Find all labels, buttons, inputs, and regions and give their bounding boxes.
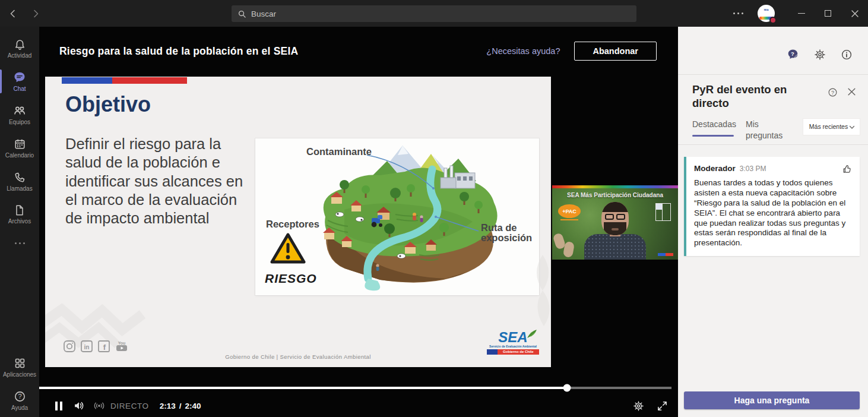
bell-icon — [14, 38, 26, 50]
svg-text:in: in — [84, 344, 90, 350]
svg-text:f: f — [103, 343, 106, 352]
progress-played — [39, 387, 567, 389]
sort-dropdown[interactable]: Más recientes — [803, 119, 860, 135]
sea-logo: SEA Servicio de Evaluación Ambiental Gob… — [487, 331, 539, 355]
rainbow-strip — [552, 185, 678, 188]
qna-bubble-icon[interactable]: ? — [787, 48, 799, 61]
live-event-stage: Riesgo para la salud de la población en … — [39, 27, 678, 417]
player-settings-icon[interactable] — [631, 398, 646, 413]
video-player[interactable]: Objetivo Definir el riesgo para la salud… — [39, 75, 678, 417]
gov-logo — [655, 203, 671, 221]
qna-panel: ? PyR del evento en directo ? Destaca — [678, 27, 868, 417]
sidebar-item-files[interactable]: Archivos — [0, 198, 39, 231]
leaf-icon — [526, 328, 538, 339]
info-icon[interactable] — [841, 49, 853, 61]
instagram-icon — [63, 340, 76, 353]
leave-button[interactable]: Abandonar — [574, 42, 657, 61]
qna-help-icon[interactable]: ? — [828, 87, 838, 97]
phone-icon — [14, 171, 26, 184]
more-options-icon[interactable] — [730, 9, 747, 18]
qna-header: PyR del evento en directo ? — [692, 83, 856, 110]
duration: 2:40 — [185, 402, 201, 410]
window-controls: SEA — [730, 0, 868, 27]
qna-tabs: Destacadas Mis preguntas Más recientes — [692, 119, 860, 141]
sidebar-item-calls[interactable]: Llamadas — [0, 165, 39, 198]
teams-app-window: SEA Actividad Chat E — [0, 0, 868, 417]
sea-logo-text: SEA — [498, 329, 527, 345]
sidebar-item-activity[interactable]: Actividad — [0, 31, 39, 65]
leaf-watermark — [531, 255, 551, 326]
live-label: DIRECTO — [110, 402, 149, 410]
sidebar-item-label: Calendario — [5, 152, 34, 159]
sidebar-item-calendar[interactable]: Calendario — [0, 131, 39, 165]
label-ruta-exposicion: Ruta de exposición — [481, 223, 546, 244]
title-bar: SEA — [0, 0, 868, 27]
maximize-button[interactable] — [815, 0, 841, 27]
youtube-icon: You — [115, 340, 129, 353]
sidebar-item-label: Equipos — [9, 119, 30, 125]
file-icon — [14, 204, 26, 216]
pac-logo: +PAC — [558, 204, 581, 218]
avatar[interactable]: SEA — [758, 5, 775, 22]
seek-knob[interactable] — [563, 384, 571, 392]
moderator-message-card: Moderador 3:03 PM Buenas tardes a todas … — [684, 157, 860, 256]
search-box[interactable] — [232, 5, 636, 22]
volume-icon[interactable] — [71, 398, 87, 413]
presenter-video-thumbnail[interactable]: SEA Más Participación Ciudadana +PAC — [552, 185, 678, 260]
sidebar-item-label: Actividad — [8, 52, 32, 59]
thumbnail-caption: SEA Más Participación Ciudadana — [552, 192, 678, 198]
close-button[interactable] — [841, 0, 868, 27]
seek-bar[interactable] — [39, 387, 671, 389]
message-author: Moderador — [694, 164, 736, 173]
settings-gear-icon[interactable] — [814, 49, 826, 61]
need-help-link[interactable]: ¿Necesitas ayuda? — [486, 46, 560, 56]
facebook-icon: f — [97, 340, 110, 353]
pause-button[interactable] — [51, 398, 66, 413]
tab-my-questions[interactable]: Mis preguntas — [746, 119, 788, 141]
app-rail: Actividad Chat Equipos Calendario Llamad… — [0, 27, 39, 417]
slide-footer-text: Gobierno de Chile | Servicio de Evaluaci… — [45, 353, 551, 360]
time-display: 2:13 / 2:40 — [160, 402, 201, 410]
calendar-icon — [14, 138, 26, 150]
sort-dropdown-value: Más recientes — [809, 123, 848, 130]
presentation-slide: Objetivo Definir el riesgo para la salud… — [45, 77, 551, 367]
close-panel-icon[interactable] — [847, 87, 856, 96]
tab-featured[interactable]: Destacadas — [692, 119, 741, 130]
message-timestamp: 3:03 PM — [740, 165, 766, 173]
panel-toolbar: ? — [787, 48, 853, 61]
label-riesgo: RIESGO — [265, 271, 317, 286]
search-input[interactable] — [251, 10, 631, 18]
event-title: Riesgo para la salud de la población en … — [59, 45, 298, 58]
search-icon — [237, 10, 246, 18]
chat-icon — [13, 71, 26, 84]
fullscreen-icon[interactable] — [654, 398, 670, 413]
sidebar-item-chat[interactable]: Chat — [0, 65, 39, 98]
slide-body-text: Definir el riesgo para la salud de la po… — [65, 135, 256, 228]
svg-text:You: You — [118, 341, 126, 345]
mini-chile-flag — [658, 253, 673, 256]
sidebar-item-apps[interactable]: Aplicaciones — [0, 350, 39, 384]
history-nav — [6, 0, 43, 27]
thumbs-up-icon[interactable] — [842, 163, 852, 173]
live-broadcast-icon — [91, 398, 107, 413]
sidebar-item-teams[interactable]: Equipos — [0, 98, 39, 131]
svg-text:?: ? — [791, 50, 794, 57]
sidebar-item-help[interactable]: ? Ayuda — [0, 384, 39, 417]
forward-icon[interactable] — [28, 7, 43, 21]
presenter-figure — [579, 201, 651, 260]
time-separator: / — [179, 402, 182, 410]
help-circle-icon: ? — [14, 390, 26, 403]
label-receptores: Receptores — [266, 219, 319, 229]
message-text: Buenas tardes a todas y todos quienes as… — [694, 178, 852, 248]
more-apps-icon[interactable] — [0, 231, 39, 255]
ask-question-button[interactable]: Haga una pregunta — [684, 391, 860, 409]
social-icons: in f You — [63, 340, 129, 353]
thumbs-up-hand — [563, 241, 575, 258]
event-header: Riesgo para la salud de la población en … — [39, 27, 678, 75]
warning-triangle-icon — [270, 232, 306, 266]
back-icon[interactable] — [6, 7, 20, 21]
minimize-button[interactable] — [788, 0, 815, 27]
apps-grid-icon — [14, 357, 26, 369]
slide-title: Objetivo — [65, 92, 151, 117]
chevron-down-icon — [848, 124, 856, 131]
